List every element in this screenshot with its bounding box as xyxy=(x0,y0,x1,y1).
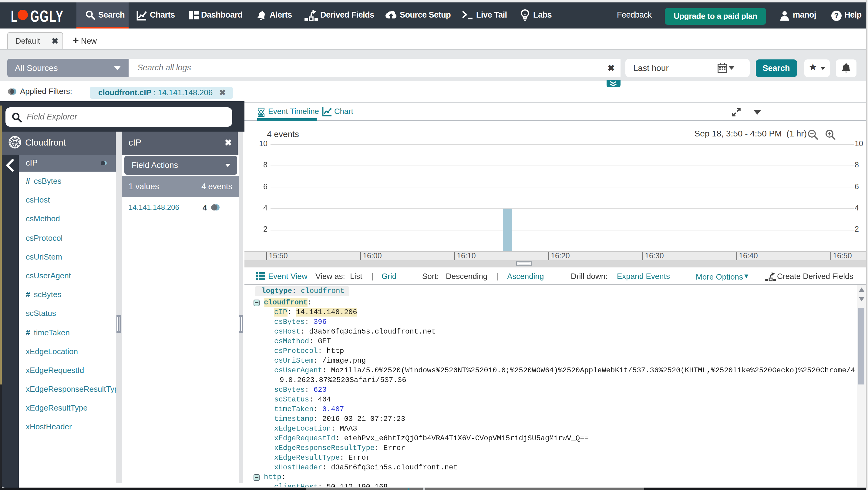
svg-text:?: ? xyxy=(834,11,839,20)
